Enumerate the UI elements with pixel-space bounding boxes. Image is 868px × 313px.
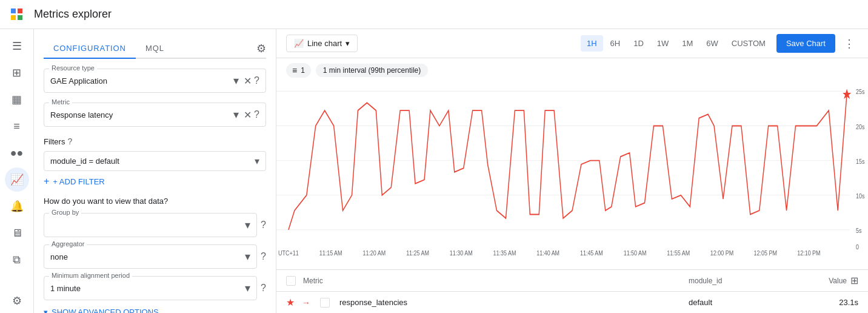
side-nav: ☰ ⊞ ▦ ≡ ●● 📈 🔔 🖥 ⧉ ⚙: [0, 29, 34, 313]
svg-text:11:45 AM: 11:45 AM: [580, 249, 603, 257]
nav-icon-menu[interactable]: ☰: [5, 34, 29, 58]
resource-type-group: Resource type GAE Application ▾ ✕ ?: [44, 69, 266, 93]
svg-rect-0: [11, 8, 16, 13]
resource-type-help-icon[interactable]: ?: [254, 75, 259, 86]
nav-icon-home[interactable]: ⊞: [5, 61, 29, 85]
row-metric-name: response_latencies: [339, 298, 407, 307]
chart-type-label: Line chart: [307, 39, 342, 48]
group-by-help-icon[interactable]: ?: [261, 220, 266, 231]
aggregator-help-icon[interactable]: ?: [261, 251, 266, 262]
svg-text:12:10 PM: 12:10 PM: [797, 249, 820, 257]
aggregator-label: Aggregator: [49, 240, 87, 247]
svg-text:15s: 15s: [856, 158, 864, 165]
row-star-icon: ★: [286, 297, 295, 308]
line-chart-icon: 📈: [294, 39, 304, 48]
interval-text: 1 min interval (99th percentile): [323, 66, 421, 75]
svg-text:11:35 AM: 11:35 AM: [493, 249, 516, 257]
nav-icon-dashboard[interactable]: ▦: [5, 87, 29, 112]
resource-type-clear-icon[interactable]: ✕: [244, 75, 252, 87]
add-filter-btn[interactable]: + + ADD FILTER: [44, 176, 266, 187]
metric-help-icon[interactable]: ?: [254, 109, 259, 120]
group-by-label: Group by: [49, 209, 81, 216]
resource-type-select[interactable]: GAE Application: [50, 76, 233, 86]
show-advanced-btn[interactable]: ▾ SHOW ADVANCED OPTIONS: [44, 308, 266, 313]
resource-type-field: Resource type GAE Application ▾ ✕ ?: [44, 69, 266, 93]
nav-icon-group[interactable]: ●●: [5, 141, 29, 165]
svg-text:11:40 AM: 11:40 AM: [536, 249, 559, 257]
settings-gear-icon[interactable]: ⚙: [256, 42, 266, 55]
tabs: CONFIGURATION MQL ⚙: [44, 39, 266, 59]
min-alignment-help-icon[interactable]: ?: [261, 283, 266, 294]
row-metric-col: ★ → response_latencies: [286, 297, 689, 308]
svg-rect-3: [18, 15, 22, 20]
svg-text:20s: 20s: [856, 123, 864, 130]
custom-btn[interactable]: CUSTOM: [726, 35, 772, 52]
time-btn-1d[interactable]: 1D: [627, 35, 650, 52]
legend-count: 1: [301, 66, 305, 75]
metric-clear-icon[interactable]: ✕: [244, 109, 252, 121]
chart-type-btn[interactable]: 📈 Line chart ▾: [286, 35, 358, 52]
filter-chip-expand-icon[interactable]: ▾: [255, 155, 259, 167]
time-btn-1m[interactable]: 1M: [676, 35, 699, 52]
col-header-metric: Metric: [286, 276, 689, 286]
app-logo: [10, 7, 24, 22]
svg-text:0: 0: [856, 243, 859, 251]
min-alignment-field: Minimum alignment period 1 minute ▾: [44, 276, 257, 300]
aggregator-dropdown-icon: ▾: [245, 250, 250, 263]
tab-configuration[interactable]: CONFIGURATION: [44, 39, 136, 59]
row-checkbox[interactable]: [320, 298, 330, 308]
group-by-select[interactable]: [50, 221, 245, 230]
view-section-title: How do you want to view that data?: [44, 197, 266, 206]
nav-icon-layers[interactable]: ⧉: [5, 247, 29, 272]
grid-view-icon[interactable]: ⊞: [850, 275, 858, 286]
svg-text:11:50 AM: 11:50 AM: [624, 249, 647, 257]
metric-field: Metric Response latency ▾ ✕ ?: [44, 103, 266, 127]
time-btn-6h[interactable]: 6H: [604, 35, 627, 52]
filter-icon: ≡: [292, 66, 297, 75]
filter-chip-text: module_id = default: [50, 156, 251, 166]
svg-text:UTC+11: UTC+11: [278, 249, 299, 257]
svg-text:11:15 AM: 11:15 AM: [319, 249, 342, 257]
chart-toolbar: 📈 Line chart ▾ 1H 6H 1D 1W 1M 6W CUSTOM …: [276, 29, 868, 58]
add-filter-label: + ADD FILTER: [53, 177, 104, 186]
svg-rect-1: [18, 8, 22, 13]
legend-count-pill[interactable]: ≡ 1: [286, 63, 311, 78]
time-btn-6w[interactable]: 6W: [700, 35, 724, 52]
filters-help-icon[interactable]: ?: [67, 136, 72, 146]
left-panel: CONFIGURATION MQL ⚙ Resource type GAE Ap…: [34, 29, 276, 313]
svg-text:12:05 PM: 12:05 PM: [754, 249, 777, 257]
chart-svg: UTC+11 11:15 AM 11:20 AM 11:25 AM 11:30 …: [276, 87, 868, 264]
table-header: Metric module_id Value ⊞: [276, 270, 868, 292]
value-label: Value: [829, 277, 847, 285]
nav-icon-table[interactable]: ≡: [5, 114, 29, 138]
min-alignment-select[interactable]: 1 minute: [50, 284, 245, 293]
metric-select[interactable]: Response latency: [50, 110, 233, 119]
tab-mql[interactable]: MQL: [136, 39, 174, 59]
app-bar: Metrics explorer: [0, 0, 868, 29]
filter-chip[interactable]: module_id = default ▾: [44, 151, 266, 171]
aggregator-select[interactable]: none: [50, 252, 245, 261]
time-btn-1w[interactable]: 1W: [651, 35, 675, 52]
svg-text:25s: 25s: [856, 88, 864, 95]
save-chart-btn[interactable]: Save Chart: [776, 34, 835, 53]
svg-text:5s: 5s: [856, 227, 861, 234]
svg-text:12:00 PM: 12:00 PM: [710, 249, 733, 257]
svg-text:11:30 AM: 11:30 AM: [450, 249, 473, 257]
time-btn-1h[interactable]: 1H: [581, 35, 603, 52]
row-module-col: default: [689, 298, 810, 307]
show-advanced-label: SHOW ADVANCED OPTIONS: [52, 308, 159, 313]
more-options-btn[interactable]: ⋮: [840, 35, 858, 53]
table-check-all[interactable]: [286, 276, 296, 286]
group-by-dropdown-icon: ▾: [245, 218, 250, 232]
filters-label: Filters ?: [44, 136, 266, 146]
col-header-module: module_id: [689, 277, 810, 285]
group-by-field: Group by ▾: [44, 213, 257, 237]
table-row: ★ → response_latencies default 23.1s: [276, 292, 868, 313]
nav-icon-chart[interactable]: 📈: [5, 167, 29, 192]
nav-icon-monitor[interactable]: 🖥: [5, 221, 29, 245]
nav-icon-settings[interactable]: ⚙: [5, 289, 29, 313]
chart-container: UTC+11 11:15 AM 11:20 AM 11:25 AM 11:30 …: [276, 82, 868, 269]
metric-group: Metric Response latency ▾ ✕ ?: [44, 103, 266, 127]
nav-icon-bell[interactable]: 🔔: [5, 194, 29, 218]
interval-pill: 1 min interval (99th percentile): [316, 64, 428, 77]
